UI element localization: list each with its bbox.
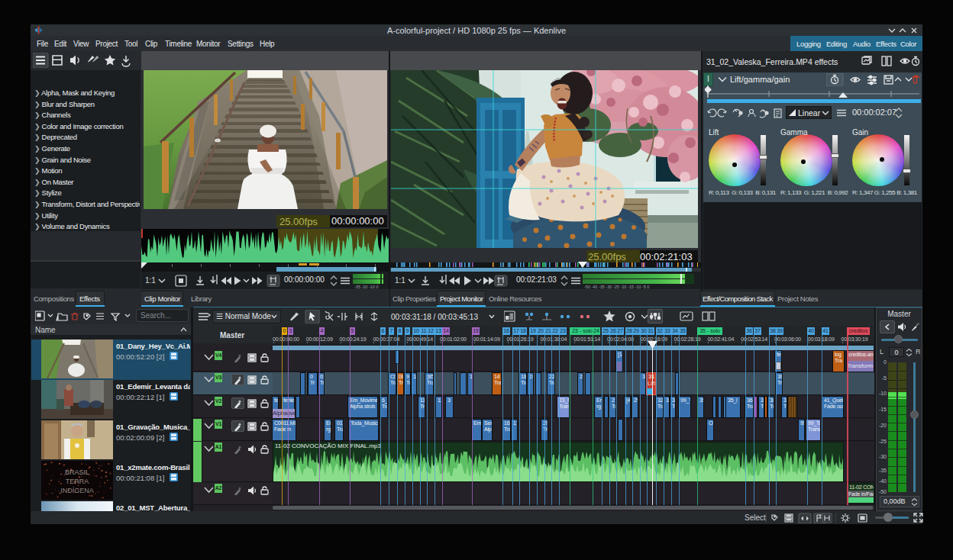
svg-text:INDÍGENA: INDÍGENA [60, 487, 94, 494]
svg-text:BRASIL: BRASIL [65, 468, 89, 476]
svg-text:TERRA: TERRA [66, 478, 89, 485]
svg-text:-35 -20 -10 0: -35 -20 -10 0 [354, 285, 379, 289]
svg-text:-50 -40 -35 -30 -25 -20 -15: -50 -40 -35 -30 -25 -20 -15 -10 -5 0 [584, 285, 649, 289]
